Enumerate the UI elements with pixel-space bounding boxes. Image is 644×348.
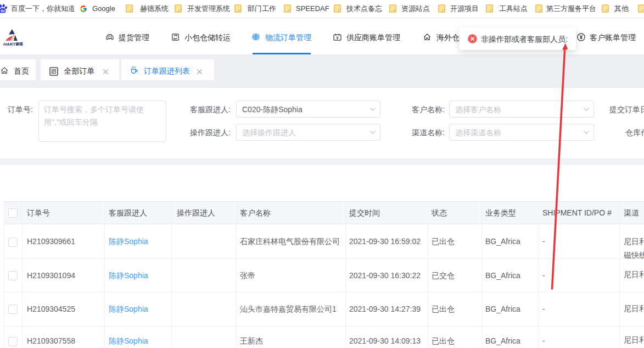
svg-text:du: du <box>1 9 5 13</box>
svg-text:HART: HART <box>3 42 16 47</box>
svg-text:赫德: 赫德 <box>15 42 24 46</box>
